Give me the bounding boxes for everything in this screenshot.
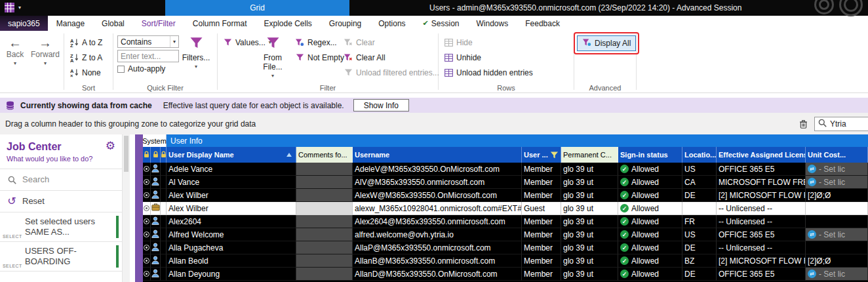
user-type-icon-cell[interactable] [151, 254, 161, 268]
cell-location[interactable]: BZ [682, 254, 717, 268]
system-blank-cell[interactable] [161, 228, 167, 241]
cell-licenses[interactable]: -- Unlicensed -- [717, 241, 806, 254]
unload-filtered-entries-button[interactable]: Unload filtered entries... [342, 66, 441, 79]
cell-sign_in_status[interactable]: ✓Allowed [618, 189, 682, 202]
cell-display_name[interactable]: Alex2604 [167, 215, 296, 228]
cell-display_name[interactable]: Alex Wilber [167, 189, 296, 202]
scrollbar-thumb[interactable] [124, 136, 128, 172]
row-selector-cell[interactable] [143, 189, 151, 202]
system-blank-cell[interactable] [161, 241, 167, 254]
group-header-system[interactable]: System [143, 134, 167, 147]
table-row[interactable]: Al VanceAlV@M365x393550.onmicrosoft.comM… [143, 176, 868, 189]
gear-icon[interactable]: ⚙ [106, 140, 115, 151]
cell-licenses[interactable]: [2] MICROSOFT FLOW FREE; [717, 254, 806, 268]
quick-access-caret-icon[interactable]: ▾ [18, 5, 21, 10]
cell-location[interactable]: US [682, 228, 717, 241]
filter-operator-select[interactable]: Contains ▾ [117, 35, 179, 48]
table-row[interactable]: Alla PugachevaAllaP@M365x393550.onmicros… [143, 241, 868, 254]
sort-none-button[interactable]: A× None [68, 66, 104, 79]
cell-licenses[interactable]: OFFICE 365 E5 [717, 268, 806, 281]
user-type-icon-cell[interactable] [151, 163, 161, 176]
row-selector-cell[interactable] [143, 163, 151, 176]
tab-sapio365[interactable]: sapio365 [0, 16, 48, 31]
job-center-item-reset[interactable]: ↺Reset [0, 191, 122, 212]
job-center-item-users-off-boarding[interactable]: SELECTUSERS OFF-BOARDING [0, 242, 122, 272]
grouping-zone-bar[interactable]: Drag a column header to this grouping zo… [0, 113, 868, 134]
cell-licenses[interactable]: [2] MICROSOFT FLOW FREE; [717, 189, 806, 202]
quick-filter-input[interactable] [117, 50, 179, 62]
cell-licenses[interactable]: OFFICE 365 E5 [717, 163, 806, 176]
row-selector-cell[interactable] [143, 254, 151, 268]
system-blank-cell[interactable] [161, 268, 167, 281]
tab-column-format[interactable]: Column Format [184, 16, 256, 31]
cell-sign_in_status[interactable]: ✓Allowed [618, 268, 682, 281]
cell-permanent[interactable]: glo 39 ut [561, 215, 618, 228]
cell-user_type[interactable]: Member [522, 189, 561, 202]
cell-username[interactable]: alexw_M365x10928041.onmicrosoft.com#EXT#… [353, 202, 522, 215]
clear-button[interactable]: Clear [342, 36, 441, 49]
cell-comments[interactable] [296, 241, 353, 254]
from-file-button[interactable]: From File... ▾ [256, 31, 290, 92]
cell-unit_cost[interactable]: ⇄- Set lic [806, 228, 868, 241]
cell-display_name[interactable]: Alla Pugacheva [167, 241, 296, 254]
cell-sign_in_status[interactable]: ✓Allowed [618, 228, 682, 241]
cell-comments[interactable] [296, 254, 353, 268]
job-center-item-set-selected-users-same-as[interactable]: SELECTSet selected users SAME AS... [0, 212, 122, 242]
cell-username[interactable]: Alex2604@M365x393550.onmicrosoft.com [353, 215, 522, 228]
cell-location[interactable]: DE [682, 241, 717, 254]
lock-column-header[interactable] [151, 147, 161, 163]
table-row[interactable]: Adele VanceAdeleV@M365x393550.OnMicrosof… [143, 163, 868, 176]
cell-permanent[interactable]: glo 39 ut [561, 189, 618, 202]
cell-unit_cost[interactable] [806, 202, 868, 215]
row-selector-cell[interactable] [143, 268, 151, 281]
user-type-icon-cell[interactable] [151, 215, 161, 228]
cell-unit_cost[interactable]: ⇄- Set lic [806, 176, 868, 189]
cell-unit_cost[interactable] [806, 215, 868, 228]
cell-location[interactable] [682, 202, 717, 215]
cell-location[interactable]: US [682, 163, 717, 176]
unhide-button[interactable]: Unhide [443, 51, 534, 64]
tab-manage[interactable]: Manage [48, 16, 93, 31]
cell-username[interactable]: AllaP@M365x393550.onmicrosoft.com [353, 241, 522, 254]
cell-sign_in_status[interactable]: ✓Allowed [618, 254, 682, 268]
cell-display_name[interactable]: Allan Beold [167, 254, 296, 268]
cell-sign_in_status[interactable]: ✓Allowed [618, 163, 682, 176]
system-blank-cell[interactable] [161, 163, 167, 176]
system-blank-cell[interactable] [161, 189, 167, 202]
cell-user_type[interactable]: Member [522, 176, 561, 189]
cell-permanent[interactable]: glo 39 ut [561, 254, 618, 268]
column-header-unit-cost[interactable]: Unit Cost... [806, 147, 868, 163]
column-header-effective-assigned-licenses[interactable]: Effective Assigned Licenses [717, 147, 806, 163]
tab-feedback[interactable]: Feedback [517, 16, 568, 31]
tab-global[interactable]: Global [93, 16, 133, 31]
cell-display_name[interactable]: Adele Vance [167, 163, 296, 176]
regex-button[interactable]: Regex... [294, 36, 337, 49]
auto-apply-checkbox[interactable]: Auto-apply [117, 64, 179, 73]
cell-username[interactable]: alfred.welcome@ovh.ytria.io [353, 228, 522, 241]
system-blank-cell[interactable] [161, 215, 167, 228]
cell-comments[interactable] [296, 215, 353, 228]
cell-unit_cost[interactable]: ⇄- Set lic [806, 163, 868, 176]
cell-user_type[interactable]: Member [522, 163, 561, 176]
tab-options[interactable]: Options [370, 16, 414, 31]
cell-unit_cost[interactable] [806, 241, 868, 254]
tab-explode-cells[interactable]: Explode Cells [255, 16, 320, 31]
cell-display_name[interactable]: Alfred Welcome [167, 228, 296, 241]
tab-sort-filter[interactable]: Sort/Filter [133, 16, 184, 31]
cell-sign_in_status[interactable]: ✓Allowed [618, 202, 682, 215]
lock-column-header[interactable] [161, 147, 167, 163]
table-row[interactable]: Alex Wilberalexw_M365x10928041.onmicroso… [143, 202, 868, 215]
tab-grouping[interactable]: Grouping [321, 16, 370, 31]
cell-licenses[interactable]: OFFICE 365 E5 [717, 228, 806, 241]
cell-unit_cost[interactable]: [2]Ø;Ø [806, 254, 868, 268]
column-header-user[interactable]: User ... [522, 147, 561, 163]
table-row[interactable]: Allan BeoldAllanB@M365x393550.onmicrosof… [143, 254, 868, 268]
cell-comments[interactable] [296, 163, 353, 176]
cell-comments[interactable] [296, 228, 353, 241]
cell-location[interactable]: FR [682, 215, 717, 228]
cell-comments[interactable] [296, 202, 353, 215]
cell-username[interactable]: AdeleV@M365x393550.OnMicrosoft.com [353, 163, 522, 176]
cell-permanent[interactable]: glo 39 ut [561, 163, 618, 176]
cell-comments[interactable] [296, 268, 353, 281]
not-empty-button[interactable]: Not Empty [294, 51, 337, 64]
